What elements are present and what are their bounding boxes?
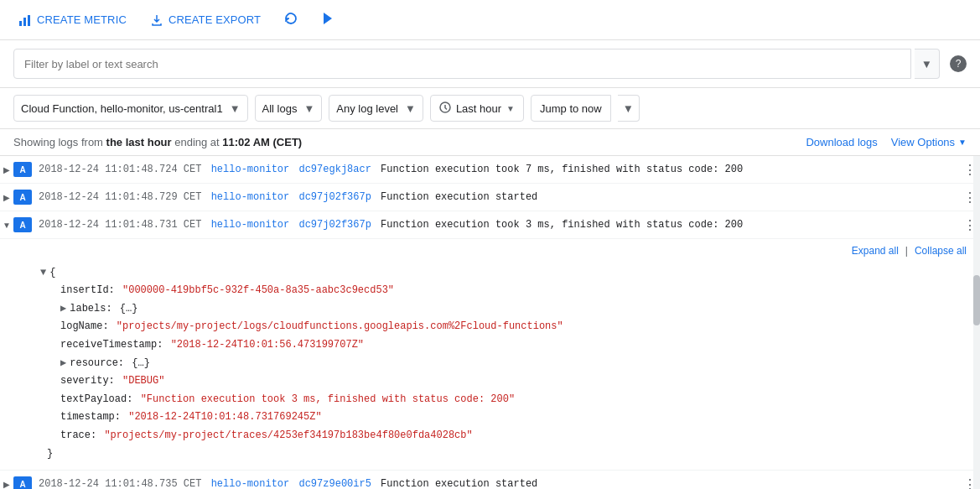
log-row-content: 2018-12-24 11:01:48.729 CET hello-monito… [39,186,960,208]
expand-log1-button[interactable]: ▶ [0,156,13,183]
detail-trace: trace: "projects/my-project/traces/4253e… [60,427,967,445]
detail-receiveTimestamp: receiveTimestamp: "2018-12-24T10:01:56.4… [60,336,967,355]
expand-log3-button[interactable]: ▼ [0,211,13,238]
log-type-dropdown[interactable]: All logs ▼ [255,95,323,122]
status-bold1: the last hour [106,136,172,148]
controls-row: Cloud Function, hello-monitor, us-centra… [0,88,980,129]
view-options-label: View Options [891,136,955,148]
log-resource: hello-monitor [211,219,290,231]
table-row: ▶ A 2018-12-24 11:01:48.735 CET hello-mo… [0,471,980,489]
expand-log2-button[interactable]: ▶ [0,184,13,211]
toolbar: CREATE METRIC CREATE EXPORT [0,0,980,40]
log-trace-id: dc97z9e00ir5 [298,478,371,489]
status-middle: ending at [172,136,223,148]
severity-badge: A [13,217,32,232]
severity-badge: A [13,190,32,205]
bar-chart-icon [18,13,32,27]
play-button[interactable] [316,8,338,32]
collapse-all-link[interactable]: Collapse all [915,242,967,261]
severity-badge: A [13,476,32,489]
status-prefix: Showing logs from [13,136,106,148]
resource-collapse-icon: ▶ [60,357,66,369]
log-message: Function execution took 3 ms, finished w… [381,219,743,231]
svg-rect-2 [28,15,30,26]
time-range-value: Last hour [456,102,501,115]
svg-rect-1 [23,18,26,26]
export-icon [150,13,163,27]
log-level-value: Any log level [336,102,398,115]
log-level-caret-icon: ▼ [405,102,416,115]
clock-icon [439,101,451,116]
help-icon[interactable]: ? [950,55,967,72]
log-resource: hello-monitor [211,164,290,175]
log-resource: hello-monitor [211,478,290,489]
expand-separator: | [905,242,908,261]
log-row-content: 2018-12-24 11:01:48.731 CET hello-monito… [39,214,960,236]
create-export-label: CREATE EXPORT [169,13,261,26]
log-level-dropdown[interactable]: Any log level ▼ [329,95,423,122]
log-type-caret-icon: ▼ [303,102,314,115]
detail-labels[interactable]: ▶labels: {…} [60,300,967,319]
filter-input[interactable] [13,49,911,79]
log-timestamp: 2018-12-24 11:01:48.731 CET [39,219,201,231]
detail-textPayload: textPayload: "Function execution took 3 … [60,391,967,409]
detail-insertId: insertId: "000000-419bbf5c-932f-450a-8a3… [60,282,967,300]
detail-resource[interactable]: ▶resource: {…} [60,355,967,373]
refresh-button[interactable] [279,7,303,33]
detail-open-brace: ▼{ [40,267,55,278]
log-timestamp: 2018-12-24 11:01:48.729 CET [39,191,201,203]
log-trace-id: dc97j02f367p [298,191,371,203]
expand-log4-button[interactable]: ▶ [0,471,13,489]
table-row: ▶ A 2018-12-24 11:01:48.724 CET hello-mo… [0,156,980,184]
download-logs-link[interactable]: Download logs [806,136,877,148]
time-range-button[interactable]: Last hour ▼ [430,95,524,122]
collapse-icon[interactable]: ▼ [40,267,46,278]
log-trace-id: dc97j02f367p [298,219,371,231]
log-detail-panel: Expand all | Collapse all ▼{ insertId: "… [0,239,980,471]
create-metric-label: CREATE METRIC [37,13,127,26]
view-options-button[interactable]: View Options ▼ [891,136,967,148]
log-message: Function execution started [381,478,537,489]
status-text: Showing logs from the last hour ending a… [13,136,302,148]
status-actions: Download logs View Options ▼ [806,136,967,148]
detail-logName: logName: "projects/my-project/logs/cloud… [60,318,967,336]
create-export-button[interactable]: CREATE EXPORT [145,10,266,30]
log-trace-id: dc97egkj8acr [298,164,371,175]
status-bold2: 11:02 AM (CET) [222,136,302,148]
log-type-value: All logs [262,102,298,115]
log-row-content: 2018-12-24 11:01:48.724 CET hello-monito… [39,159,960,180]
logs-container: ▶ A 2018-12-24 11:01:48.724 CET hello-mo… [0,156,980,489]
filter-dropdown-button[interactable]: ▼ [915,49,940,79]
expand-controls: Expand all | Collapse all [47,242,967,261]
detail-close-brace: } [47,445,967,464]
scrollbar-thumb[interactable] [973,275,980,325]
status-bar: Showing logs from the last hour ending a… [0,129,980,156]
jump-to-now-button[interactable]: Jump to now [531,95,611,122]
labels-collapse-icon: ▶ [60,303,66,315]
detail-timestamp: timestamp: "2018-12-24T10:01:48.73176924… [60,408,967,427]
svg-marker-3 [324,13,332,24]
svg-rect-0 [19,21,22,26]
scrollbar-track [973,156,980,489]
view-options-caret-icon: ▼ [958,138,967,147]
resource-caret-icon: ▼ [230,102,241,115]
filter-row: ▼ ? [0,40,980,88]
detail-block: ▼{ insertId: "000000-419bbf5c-932f-450a-… [47,264,967,464]
log-timestamp: 2018-12-24 11:01:48.735 CET [39,478,201,489]
jump-to-now-caret-button[interactable]: ▼ [618,95,640,122]
log-resource: hello-monitor [211,191,290,203]
table-row: ▶ A 2018-12-24 11:01:48.729 CET hello-mo… [0,184,980,211]
log-message: Function execution took 7 ms, finished w… [381,164,743,175]
log-message: Function execution started [381,191,537,203]
resource-filter-value: Cloud Function, hello-monitor, us-centra… [21,102,223,115]
table-row: ▼ A 2018-12-24 11:01:48.731 CET hello-mo… [0,211,980,239]
log-row-content: 2018-12-24 11:01:48.735 CET hello-monito… [39,473,960,489]
detail-severity: severity: "DEBUG" [60,372,967,391]
severity-badge: A [13,162,32,177]
time-caret-icon: ▼ [506,104,515,113]
create-metric-button[interactable]: CREATE METRIC [13,10,132,30]
log-timestamp: 2018-12-24 11:01:48.724 CET [39,164,201,175]
resource-filter-dropdown[interactable]: Cloud Function, hello-monitor, us-centra… [13,95,248,122]
jump-to-now-label: Jump to now [540,102,602,115]
expand-all-link[interactable]: Expand all [852,242,899,261]
